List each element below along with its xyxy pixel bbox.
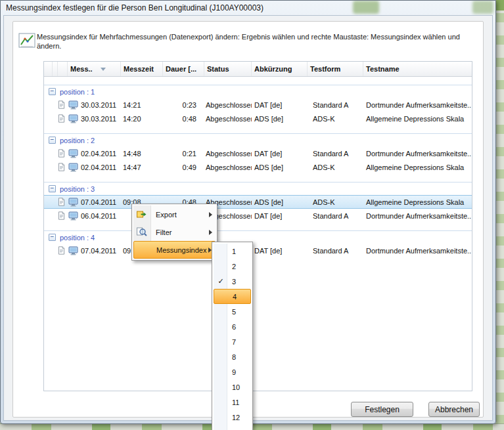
table-row[interactable]: 06.04.2011 Abgeschlossen DAT [de] Standa… xyxy=(44,209,472,223)
column-header-dauer[interactable]: Dauer [... xyxy=(163,62,204,76)
menu-item-label: 12 xyxy=(232,414,240,421)
menu-item-index-2[interactable]: 2 xyxy=(214,259,251,274)
menu-item-index-10[interactable]: 10 xyxy=(214,379,251,395)
table-row[interactable]: 07.04.2011 09: DAT [de] Standard A Dortm… xyxy=(44,244,472,257)
menu-item-index-1[interactable]: 1 xyxy=(214,244,251,259)
menu-item-filter[interactable]: Filter xyxy=(133,223,216,241)
menu-item-index-7[interactable]: 7 xyxy=(214,334,251,349)
festlegen-button[interactable]: Festlegen xyxy=(351,402,413,417)
menu-item-index-9[interactable]: 9 xyxy=(214,364,251,379)
document-icon xyxy=(57,211,68,221)
collapse-icon[interactable]: − xyxy=(49,137,56,144)
group-row-position-3[interactable]: − position : 3 xyxy=(44,182,472,195)
background-app-right-strip xyxy=(496,0,504,430)
menu-item-index-5[interactable]: 5 xyxy=(214,304,251,319)
cell-date: 06.04.2011 xyxy=(80,212,121,220)
table-row[interactable]: 02.04.2011 14:47 0:49 Abgeschlossen ADS … xyxy=(44,160,472,174)
group-row-position-2[interactable]: − position : 2 xyxy=(44,133,472,146)
document-icon xyxy=(57,246,68,255)
column-header-label: Dauer [... xyxy=(166,65,196,73)
column-header-icon3[interactable] xyxy=(58,62,68,76)
group-label: position : 2 xyxy=(60,137,95,144)
dialog-title: Messungsindex festlegen für die Person B… xyxy=(1,1,495,12)
menu-item-index-13[interactable]: 13 xyxy=(214,425,251,430)
table-row[interactable]: 30.03.2011 14:20 0:48 Abgeschlossen ADS … xyxy=(44,112,472,125)
submenu-arrow-icon xyxy=(209,212,212,217)
column-header-abkuerzung[interactable]: Abkürzung xyxy=(252,62,308,76)
menu-item-label: 5 xyxy=(232,308,236,316)
column-header-status[interactable]: Status xyxy=(204,62,252,76)
monitor-icon xyxy=(68,100,80,110)
collapse-icon[interactable]: − xyxy=(49,234,56,241)
cell-dauer: 0:49 xyxy=(163,163,204,171)
collapse-icon[interactable]: − xyxy=(49,88,56,95)
instruction-text: Messungsindex für Mehrfachmessungen (Dat… xyxy=(37,32,470,51)
cell-messzeit: 14:21 xyxy=(121,101,163,109)
cell-testname: Allgemeine Depressions Skala xyxy=(363,163,472,171)
group-row-position-4[interactable]: − position : 4 xyxy=(44,230,472,244)
menu-item-index-4[interactable]: 4 xyxy=(214,289,251,304)
cell-abkuerzung: ADS [de] xyxy=(252,115,308,123)
table-row-selected[interactable]: 07.04.2011 09:08 0:48 Abgeschlossen ADS … xyxy=(44,195,472,209)
cell-dauer: 0:23 xyxy=(163,101,204,109)
group-label: position : 1 xyxy=(60,88,95,96)
results-table: Mess.. Messzeit Dauer [... Status Abkürz… xyxy=(43,61,472,391)
menu-item-index-6[interactable]: 6 xyxy=(214,319,251,334)
menu-item-label: Messungsindex xyxy=(156,246,206,254)
menu-item-index-11[interactable]: 11 xyxy=(214,395,251,410)
column-header-mess[interactable]: Mess.. xyxy=(68,62,121,76)
menu-item-index-3[interactable]: ✓3 xyxy=(214,274,251,289)
context-menu: Export Filter Messungsindex xyxy=(131,204,218,261)
menu-item-label: 3 xyxy=(232,278,236,286)
cell-testform: ADS-K xyxy=(308,198,363,206)
cell-abkuerzung: DAT [de] xyxy=(252,247,308,255)
column-header-label: Testform xyxy=(310,65,340,73)
column-header-testname[interactable]: Testname xyxy=(363,62,472,76)
table-row[interactable]: 30.03.2011 14:21 0:23 Abgeschlossen DAT … xyxy=(44,98,472,112)
column-header-icon2[interactable] xyxy=(53,62,58,76)
column-header-label: Status xyxy=(207,65,229,73)
cell-testname: Dortmunder Aufmerksamkeitste.. xyxy=(363,212,472,220)
monitor-icon xyxy=(68,149,80,158)
column-header-label: Mess.. xyxy=(70,65,93,73)
collapse-icon[interactable]: − xyxy=(49,185,56,192)
cell-dauer: 0:21 xyxy=(163,150,204,158)
cell-messzeit: 14:47 xyxy=(121,163,163,171)
menu-item-label: 8 xyxy=(232,353,236,361)
cell-date: 07.04.2011 xyxy=(80,198,121,206)
cell-status: Abgeschlossen xyxy=(204,101,252,109)
cell-messzeit: 14:20 xyxy=(121,115,163,123)
monitor-icon xyxy=(68,198,80,207)
column-header-testform[interactable]: Testform xyxy=(308,62,363,76)
dialog-titlebar[interactable]: Messungsindex festlegen für die Person B… xyxy=(1,1,495,15)
cell-date: 02.04.2011 xyxy=(80,163,121,171)
cell-dauer: 0:48 xyxy=(163,115,204,123)
menu-item-messungsindex[interactable]: Messungsindex xyxy=(133,241,216,259)
column-header-icon1[interactable] xyxy=(44,62,53,76)
sort-desc-icon xyxy=(101,68,106,71)
column-header-label: Testname xyxy=(366,65,400,73)
document-icon xyxy=(57,162,68,172)
cell-abkuerzung: DAT [de] xyxy=(252,212,308,220)
menu-item-index-8[interactable]: 8 xyxy=(214,349,251,364)
document-icon xyxy=(57,197,68,207)
cell-status: Abgeschlossen xyxy=(204,150,252,158)
menu-item-export[interactable]: Export xyxy=(133,205,216,223)
menu-item-label: 4 xyxy=(233,293,237,301)
cell-testform: ADS-K xyxy=(308,115,363,123)
cell-testname: Dortmunder Aufmerksamkeitste.. xyxy=(363,101,472,109)
menu-item-label: 7 xyxy=(232,338,236,346)
cell-date: 02.04.2011 xyxy=(80,150,121,158)
menu-item-index-12[interactable]: 12 xyxy=(214,410,251,425)
menu-item-label: 10 xyxy=(232,383,240,391)
document-icon xyxy=(57,148,68,158)
column-header-messzeit[interactable]: Messzeit xyxy=(121,62,163,76)
cell-testform: Standard A xyxy=(308,101,363,109)
abbrechen-button[interactable]: Abbrechen xyxy=(428,402,480,417)
table-row[interactable]: 02.04.2011 14:48 0:21 Abgeschlossen DAT … xyxy=(44,146,472,160)
cell-testform: ADS-K xyxy=(308,163,363,171)
menu-item-label: Export xyxy=(156,211,177,219)
group-row-position-1[interactable]: − position : 1 xyxy=(44,85,472,98)
cell-testname: Allgemeine Depressions Skala xyxy=(363,198,472,206)
group-label: position : 4 xyxy=(60,234,95,242)
